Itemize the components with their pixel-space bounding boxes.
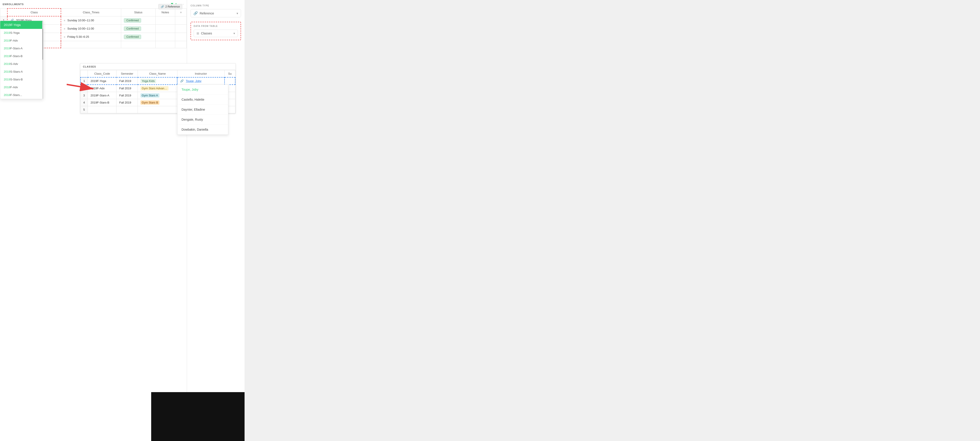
instructor-item[interactable]: Dowbakin, Daniella [177,125,228,135]
data-from-label: DATA FROM TABLE [194,25,238,27]
enrollments-title: ENROLLMENTS [3,3,24,6]
calendar-icon: ≡ [64,19,65,22]
class-times-header[interactable]: Class_Times [61,8,121,16]
dropdown-item[interactable]: 2018F-Stars... [0,91,43,99]
dropdown-item[interactable]: 2019S-Stars-B [0,76,43,83]
instructor-item[interactable]: Daynter, Elladine [177,105,228,115]
instructor-item[interactable]: Castello, Halette [177,95,228,105]
link-icon: 🔗 [161,5,164,8]
status-badge: Confirmed [124,35,141,39]
notes-cell [155,41,175,48]
class-code-cell [88,106,116,113]
semester-cell: Fall 2019 [116,99,138,106]
class-dropdown[interactable]: 2019F-Yoga 2019S-Yoga 2019F-Adv 2019F-St… [0,21,43,99]
su-cell [224,77,235,85]
classes-title: CLASSES [80,63,235,70]
calendar-icon: ≡ [64,36,65,38]
instructor-dropdown[interactable]: Toupe, Joby Castello, Halette Daynter, E… [177,84,228,135]
class-name-cell: Yoga Kids [138,77,177,85]
classes-section: CLASSES Class_Code Semester Class_Name I… [80,63,235,114]
class-code-cell: 2019F-Stars-A [88,92,116,99]
status-cell: Confirmed [121,33,155,41]
dropdown-selected-item[interactable]: 2019F-Yoga [0,21,43,29]
status-header[interactable]: Status [121,8,155,16]
times-cell: ≡ Sunday 10:00–11:00 [61,24,121,33]
class-name-header[interactable]: Class_Name [138,70,177,78]
class-code-cell: 2019F-Adv [88,85,116,92]
status-badge: Confirmed [124,18,141,23]
dropdown-item[interactable]: 2019F-Adv [0,36,43,44]
times-cell [61,41,121,48]
chain-icon: 🔗 [193,11,198,15]
semester-cell: Fall 2019 [116,85,138,92]
dropdown-item[interactable]: 2019F-Stars-B [0,52,43,60]
class-name-cell: Gym Stars A [138,92,177,99]
class-code-header[interactable]: Class_Code [88,70,116,78]
black-overlay [151,392,245,441]
class-name-badge: Gym Stars B [140,100,160,105]
class-name-badge: Gym Stars A [140,93,159,98]
status-badge: Confirmed [124,27,141,31]
dropdown-item[interactable]: 2019S-Stars-A [0,68,43,76]
instructor-item-active[interactable]: Toupe, Joby [177,85,228,95]
class-code-cell: 2019F-Stars-B [88,99,116,106]
notes-cell [155,33,175,41]
semester-cell: Fall 2019 [116,77,138,85]
class-column-header[interactable]: Class [7,8,61,16]
reference-badge-text: 2 Reference [165,5,180,8]
row-number: 2 [81,85,88,92]
table-selector[interactable]: ⊞ Classes ▾ [194,30,238,37]
row-number: 1 [81,77,88,85]
dropdown-item[interactable]: 2018F-Adv [0,83,43,91]
dropdown-item[interactable]: 2019S-Adv [0,60,43,68]
class-name-cell [138,106,177,113]
class-name-badge: Yoga Kids [140,79,156,83]
class-name-cell: Gym Stars Advan… [138,85,177,92]
reference-label: Reference [200,11,214,15]
status-cell: Confirmed [121,16,155,24]
link-icon: 🔗 [180,79,184,82]
classes-label: Classes [201,32,212,35]
class-name-cell: Gym Stars B [138,99,177,106]
status-cell [121,41,155,48]
notes-header[interactable]: Notes [155,8,175,16]
column-type-label: COLUMN TYPE [191,5,241,7]
calendar-icon: ≡ [64,27,65,30]
row-num-header [81,70,88,78]
instructor-cell[interactable]: 🔗 Toupe, Joby Toupe, Joby Castello, Hale… [177,77,224,85]
class-code-cell: 2019F-Yoga [88,77,116,85]
status-cell: Confirmed [121,24,155,33]
add-column-btn[interactable]: + [175,8,187,16]
su-header[interactable]: Su [224,70,235,78]
instructor-item[interactable]: Dengate, Rusty [177,115,228,125]
semester-header[interactable]: Semester [116,70,138,78]
instructor-link[interactable]: Toupe, Joby [186,79,201,82]
row-number: 5 [81,106,88,113]
classes-table: Class_Code Semester Class_Name Instructo… [80,70,235,113]
grid-icon: ⊞ [197,32,199,35]
data-from-section: DATA FROM TABLE ⊞ Classes ▾ [191,22,241,40]
semester-cell [116,106,138,113]
scrollbar[interactable] [42,21,43,99]
class-name-badge: Gym Stars Advan… [140,86,169,90]
column-type-selector[interactable]: 🔗 Reference ▾ [191,9,241,17]
dropdown-item[interactable]: 2019S-Yoga [0,29,43,36]
row-num-header [0,8,8,16]
semester-cell: Fall 2019 [116,92,138,99]
row-number: 3 [81,92,88,99]
row-number: 4 [81,99,88,106]
dropdown-item[interactable]: 2019F-Stars-A [0,44,43,52]
notes-cell [155,16,175,24]
instructor-header[interactable]: Instructor [177,70,224,78]
chevron-down-icon[interactable]: ▾ [234,32,235,35]
chevron-down-icon[interactable]: ▾ [237,11,238,15]
times-cell: ≡ Sunday 10:00–11:00 [61,16,121,24]
table-row: 1 2019F-Yoga Fall 2019 Yoga Kids 🔗 Toupe… [81,77,235,85]
notes-cell [155,24,175,33]
reference-badge: 🔗 2 Reference [158,4,182,10]
times-cell: ≡ Friday 5:30–6:25 [61,33,121,41]
